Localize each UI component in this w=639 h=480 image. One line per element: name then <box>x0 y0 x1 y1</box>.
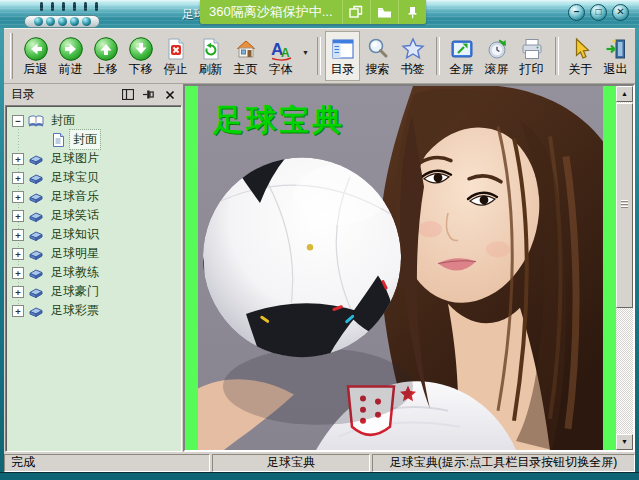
toolbar-button[interactable]: 关于 ▼ <box>563 31 598 81</box>
close-icon[interactable] <box>161 87 178 102</box>
print-icon <box>519 36 545 62</box>
closed-book-icon <box>28 303 44 319</box>
minimize-button[interactable]: – <box>568 4 585 21</box>
tree-item[interactable]: + 足球音乐 <box>6 187 181 206</box>
toolbar-button[interactable]: 主页 ▼ <box>228 31 263 81</box>
toolbar-grip[interactable] <box>10 33 13 79</box>
stop-icon <box>163 36 189 62</box>
tree-toggle[interactable]: + <box>12 305 24 317</box>
toolbar-button-label: 滚屏 <box>485 62 509 76</box>
close-button[interactable]: ✕ <box>612 4 629 21</box>
tree-toggle[interactable]: + <box>12 210 24 222</box>
scroll-up-button[interactable]: ▲ <box>616 86 633 102</box>
closed-book-icon <box>28 151 44 167</box>
tree-toggle[interactable]: + <box>12 267 24 279</box>
sandbox-folder-icon[interactable] <box>370 0 398 24</box>
tree-item-label: 足球明星 <box>48 244 102 263</box>
exit-icon <box>603 36 629 62</box>
bookmark-icon <box>400 36 426 62</box>
tree-item[interactable]: − 封面 <box>6 111 181 130</box>
tree-item[interactable]: + 足球豪门 <box>6 282 181 301</box>
vertical-scrollbar[interactable]: ▲ ▼ <box>616 86 633 450</box>
titlebar[interactable]: 足球宝典(提示:点工具栏目录按钮切换全屏) 360隔离沙箱保护中... – □ … <box>0 0 639 28</box>
tree-item-label: 足球教练 <box>48 263 102 282</box>
status-panel-state: 完成 <box>4 454 210 472</box>
refresh-icon <box>198 36 224 62</box>
tree-item-label: 封面 <box>70 130 100 149</box>
toolbar-button-label: 目录 <box>331 62 355 76</box>
sandbox-badge[interactable]: 360隔离沙箱保护中... <box>200 0 426 24</box>
page-view: 足球宝典 ▲ ▼ <box>183 84 635 452</box>
tree-item[interactable]: + 足球彩票 <box>6 301 181 320</box>
toolbar-button[interactable]: 搜索 ▼ <box>360 31 395 81</box>
tree-item[interactable]: 封面 <box>6 130 181 149</box>
statusbar: 完成 足球宝典 足球宝典(提示:点工具栏目录按钮切换全屏) <box>4 452 635 472</box>
toolbar-button-label: 全屏 <box>450 62 474 76</box>
tree-toggle[interactable]: − <box>12 115 24 127</box>
sandbox-pin-icon[interactable] <box>398 0 426 24</box>
tree-item-label: 足球音乐 <box>48 187 102 206</box>
sandbox-windows-icon[interactable] <box>342 0 370 24</box>
frame-bottom-line <box>0 472 639 473</box>
tree-item[interactable]: + 足球明星 <box>6 244 181 263</box>
tree-toggle[interactable]: + <box>12 286 24 298</box>
fullscreen-icon <box>449 36 475 62</box>
tree-item-label: 足球知识 <box>48 225 102 244</box>
scrollbar-thumb[interactable] <box>616 103 633 308</box>
toolbar-button-label: 后退 <box>24 62 48 76</box>
closed-book-icon <box>28 227 44 243</box>
tree-toggle[interactable]: + <box>12 248 24 260</box>
tree-item-label: 封面 <box>48 111 78 130</box>
tree-item[interactable]: + 足球知识 <box>6 225 181 244</box>
toolbar-button-label: 字体 <box>269 62 293 76</box>
toolbar-button-label: 书签 <box>401 62 425 76</box>
toolbar-button[interactable]: 后退 ▼ <box>18 31 53 81</box>
toolbar-button-label: 刷新 <box>199 62 223 76</box>
tree-item[interactable]: + 足球笑话 <box>6 206 181 225</box>
search-icon <box>365 36 391 62</box>
closed-book-icon <box>28 284 44 300</box>
toolbar-button[interactable]: 目录 ▼ <box>325 31 360 81</box>
toolbar-button[interactable]: 刷新 ▼ <box>193 31 228 81</box>
about-icon <box>568 36 594 62</box>
closed-book-icon <box>28 170 44 186</box>
open-book-icon <box>28 113 44 129</box>
forward-icon <box>58 36 84 62</box>
toolbar-button[interactable]: 打印 ▼ <box>514 31 549 81</box>
tree-item[interactable]: + 足球教练 <box>6 263 181 282</box>
toolbar-button-label: 搜索 <box>366 62 390 76</box>
client-area: 后退 ▼ 前进 ▼ 上移 ▼ 下移 ▼ 停止 ▼ <box>4 28 635 472</box>
status-panel-book: 足球宝典 <box>212 454 370 472</box>
pin-icon[interactable] <box>140 87 157 102</box>
titlebar-deco-ticks <box>40 2 98 11</box>
tree-toggle[interactable]: + <box>12 191 24 203</box>
toolbar-button[interactable]: 上移 ▼ <box>88 31 123 81</box>
toolbar-button-label: 打印 <box>520 62 544 76</box>
tree-toggle[interactable]: + <box>12 172 24 184</box>
maximize-button[interactable]: □ <box>590 4 607 21</box>
panel-toggle-icon[interactable] <box>119 87 136 102</box>
toolbar-button[interactable]: 停止 ▼ <box>158 31 193 81</box>
app-window: 足球宝典(提示:点工具栏目录按钮切换全屏) 360隔离沙箱保护中... – □ … <box>0 0 639 480</box>
toolbar-button[interactable]: 退出 ▼ <box>598 31 633 81</box>
toolbar-button[interactable]: 滚屏 ▼ <box>479 31 514 81</box>
main-area: 目录 − 封面 <box>4 84 635 452</box>
closed-book-icon <box>28 189 44 205</box>
toolbar-button[interactable]: 前进 ▼ <box>53 31 88 81</box>
tree-item-label: 足球豪门 <box>48 282 102 301</box>
closed-book-icon <box>28 208 44 224</box>
tree-toggle[interactable]: + <box>12 153 24 165</box>
tree-item[interactable]: + 足球图片 <box>6 149 181 168</box>
dropdown-arrow-icon[interactable]: ▼ <box>302 49 309 56</box>
toolbar-button[interactable]: 全屏 ▼ <box>444 31 479 81</box>
toolbar-button-label: 上移 <box>94 62 118 76</box>
toolbar-button[interactable]: AA 字体 ▼ <box>263 31 298 81</box>
toolbar-button[interactable]: 书签 ▼ <box>395 31 430 81</box>
toolbar-button[interactable]: 下移 ▼ <box>123 31 158 81</box>
page-left-green-strip <box>185 86 198 450</box>
tree-toggle[interactable]: + <box>12 229 24 241</box>
scroll-down-button[interactable]: ▼ <box>616 434 633 450</box>
tree-item[interactable]: + 足球宝贝 <box>6 168 181 187</box>
closed-book-icon <box>28 246 44 262</box>
toolbar-button-label: 关于 <box>569 62 593 76</box>
